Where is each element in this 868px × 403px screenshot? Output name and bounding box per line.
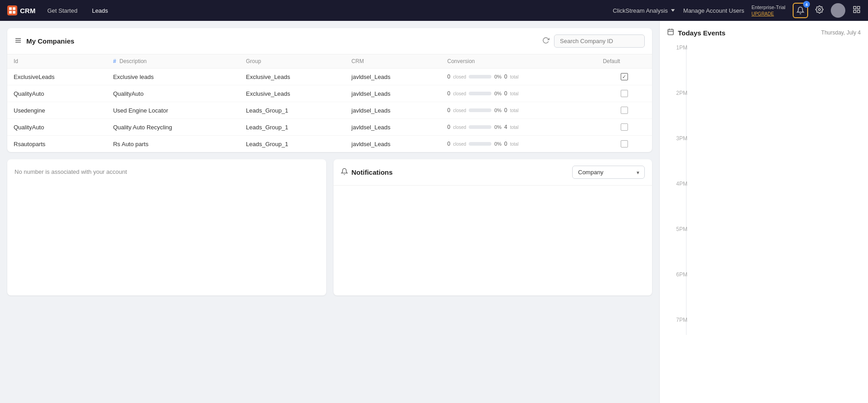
total-label: total xyxy=(510,142,519,147)
timeline-time: 2PM xyxy=(667,90,687,96)
cell-default: ✓ xyxy=(597,69,652,85)
closed-count: 0 xyxy=(447,74,451,80)
trial-label: Enterprise-Trial xyxy=(751,4,785,10)
closed-count: 0 xyxy=(447,141,451,147)
notifications-dropdown[interactable]: Company Lead All xyxy=(572,166,645,179)
closed-count: 0 xyxy=(447,107,451,113)
clickstream-label: ClickStream Analysis xyxy=(613,7,667,14)
timeline-time: 3PM xyxy=(667,135,687,142)
svg-rect-3 xyxy=(13,11,15,14)
cell-default xyxy=(597,136,652,152)
notifications-card: Notifications Company Lead All ▼ xyxy=(333,159,652,295)
col-crm: CRM xyxy=(345,54,441,69)
todays-events-title-wrap: Todays Events xyxy=(667,28,726,37)
topnav-right: ClickStream Analysis Manage Account User… xyxy=(613,3,861,18)
cell-crm: javldsel_Leads xyxy=(345,85,441,102)
timeline-line xyxy=(686,44,687,335)
table-row[interactable]: Usedengine Used Engine Locator Leads_Gro… xyxy=(7,102,652,119)
todays-events-title: Todays Events xyxy=(678,29,726,37)
notification-button[interactable]: 4 xyxy=(793,3,808,18)
timeline-item: 7PM xyxy=(690,317,861,335)
search-company-input[interactable] xyxy=(554,34,645,48)
grid-icon[interactable] xyxy=(853,5,861,16)
closed-label: closed xyxy=(453,125,466,130)
total-count: 0 xyxy=(504,74,507,80)
total-label: total xyxy=(510,108,519,113)
default-checkbox[interactable] xyxy=(621,123,628,131)
calendar-icon xyxy=(667,28,674,37)
total-label: total xyxy=(510,74,519,79)
cell-conversion: 0 closed 0% 4 total xyxy=(441,119,597,136)
cell-conversion: 0 closed 0% 0 total xyxy=(441,85,597,102)
trial-badge: Enterprise-Trial UPGRADE xyxy=(751,4,785,16)
upgrade-link[interactable]: UPGRADE xyxy=(751,11,774,17)
list-icon xyxy=(15,37,22,46)
companies-table: Id # Description Group CRM Conversion De… xyxy=(7,54,652,152)
cell-id: ExclusiveLeads xyxy=(7,69,107,85)
closed-count: 0 xyxy=(447,124,451,130)
cell-description: Quality Auto Recycling xyxy=(107,119,240,136)
leads-link[interactable]: Leads xyxy=(89,5,111,16)
timeline-content xyxy=(690,181,861,199)
default-checkbox[interactable] xyxy=(621,90,628,97)
no-number-card: No number is associated with your accoun… xyxy=(7,159,326,295)
cell-conversion: 0 closed 0% 0 total xyxy=(441,69,597,85)
get-started-link[interactable]: Get Started xyxy=(44,5,80,16)
brand-icon xyxy=(7,5,17,15)
timeline-item: 5PM xyxy=(690,226,861,244)
default-checkbox[interactable]: ✓ xyxy=(621,73,628,80)
cell-group: Leads_Group_1 xyxy=(240,119,345,136)
refresh-button[interactable] xyxy=(542,37,549,46)
timeline-time: 7PM xyxy=(667,317,687,323)
timeline-content xyxy=(690,271,861,290)
cell-group: Leads_Group_1 xyxy=(240,136,345,152)
table-row[interactable]: QualityAuto QualityAuto Exclusive_Leads … xyxy=(7,85,652,102)
timeline-time: 1PM xyxy=(667,44,687,51)
timeline-item: 3PM xyxy=(690,135,861,153)
total-count: 0 xyxy=(504,141,507,147)
timeline-item: 2PM xyxy=(690,90,861,108)
cell-default xyxy=(597,85,652,102)
my-companies-card: My Companies Id # Description xyxy=(7,28,652,152)
cell-id: QualityAuto xyxy=(7,85,107,102)
bell-icon xyxy=(796,6,804,15)
timeline-time: 6PM xyxy=(667,271,687,278)
user-avatar[interactable] xyxy=(831,3,845,18)
col-default: Default xyxy=(597,54,652,69)
cell-description: Used Engine Locator xyxy=(107,102,240,119)
default-checkbox[interactable] xyxy=(621,107,628,114)
table-row[interactable]: Rsautoparts Rs Auto parts Leads_Group_1 … xyxy=(7,136,652,152)
table-row[interactable]: QualityAuto Quality Auto Recycling Leads… xyxy=(7,119,652,136)
default-checkbox[interactable] xyxy=(621,140,628,147)
companies-title: My Companies xyxy=(26,37,538,45)
timeline-time: 5PM xyxy=(667,226,687,232)
svg-rect-8 xyxy=(858,10,860,12)
timeline-content xyxy=(690,90,861,108)
brand-logo[interactable]: CRM xyxy=(7,5,35,15)
default-check-wrap xyxy=(603,140,646,147)
cell-default xyxy=(597,102,652,119)
settings-icon[interactable] xyxy=(815,5,824,16)
col-group: Group xyxy=(240,54,345,69)
search-company-wrap xyxy=(554,34,645,48)
chevron-down-icon xyxy=(670,7,676,14)
conversion-pct: 0% xyxy=(494,141,501,147)
timeline-content xyxy=(690,44,861,63)
closed-label: closed xyxy=(453,74,466,79)
conversion-pct: 0% xyxy=(494,91,501,96)
apps-icon xyxy=(853,5,861,14)
table-row[interactable]: ExclusiveLeads Exclusive leads Exclusive… xyxy=(7,69,652,85)
conversion-bar-wrap xyxy=(469,125,491,129)
conversion-pct: 0% xyxy=(494,124,501,130)
timeline-content xyxy=(690,226,861,244)
cell-crm: javldsel_Leads xyxy=(345,136,441,152)
svg-point-4 xyxy=(819,8,821,10)
timeline-item: 1PM xyxy=(690,44,861,63)
left-panel: My Companies Id # Description xyxy=(0,21,659,403)
manage-account-users-link[interactable]: Manage Account Users xyxy=(683,7,744,14)
notification-badge: 4 xyxy=(803,1,810,8)
cell-id: QualityAuto xyxy=(7,119,107,136)
cell-group: Leads_Group_1 xyxy=(240,102,345,119)
clickstream-analysis-btn[interactable]: ClickStream Analysis xyxy=(613,7,676,14)
timeline-content xyxy=(690,135,861,153)
